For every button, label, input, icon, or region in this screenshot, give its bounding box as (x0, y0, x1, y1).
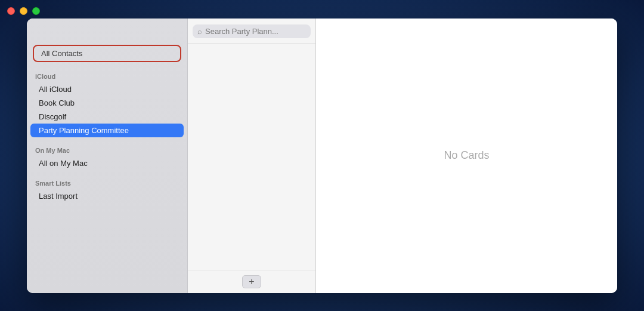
search-icon: ⌕ (197, 27, 202, 36)
on-my-mac-section: On My Mac All on My Mac (27, 140, 187, 173)
contact-list-empty (188, 44, 315, 270)
sidebar-item-all-icloud[interactable]: All iCloud (30, 82, 184, 96)
sidebar-item-discgolf[interactable]: Discgolf (30, 110, 184, 124)
smart-lists-section: Smart Lists Last Import (27, 173, 187, 205)
sidebar-item-all-on-my-mac[interactable]: All on My Mac (30, 156, 184, 170)
plus-icon: + (249, 276, 254, 287)
add-button-area: + (188, 270, 315, 293)
sidebar-item-last-import[interactable]: Last Import (30, 189, 184, 203)
contacts-window: All Contacts iCloud All iCloud Book Club… (27, 19, 617, 293)
window-content: All Contacts iCloud All iCloud Book Club… (27, 19, 617, 293)
on-my-mac-section-title: On My Mac (27, 146, 187, 156)
search-input-wrapper: ⌕ (193, 24, 311, 38)
sidebar-item-book-club[interactable]: Book Club (30, 96, 184, 110)
search-input[interactable] (205, 27, 306, 36)
right-panel: No Cards (316, 19, 617, 293)
add-contact-button[interactable]: + (242, 275, 261, 288)
search-bar: ⌕ (188, 19, 315, 44)
icloud-section-title: iCloud (27, 72, 187, 82)
smart-lists-section-title: Smart Lists (27, 178, 187, 189)
sidebar: All Contacts iCloud All iCloud Book Club… (27, 19, 188, 293)
all-contacts-section: All Contacts (27, 41, 187, 66)
icloud-section: iCloud All iCloud Book Club Discgolf Par… (27, 66, 187, 140)
sidebar-item-party-planning[interactable]: Party Planning Committee (30, 124, 184, 137)
middle-panel: ⌕ + (188, 19, 316, 293)
no-cards-label: No Cards (444, 149, 489, 162)
all-contacts-button[interactable]: All Contacts (33, 45, 181, 62)
